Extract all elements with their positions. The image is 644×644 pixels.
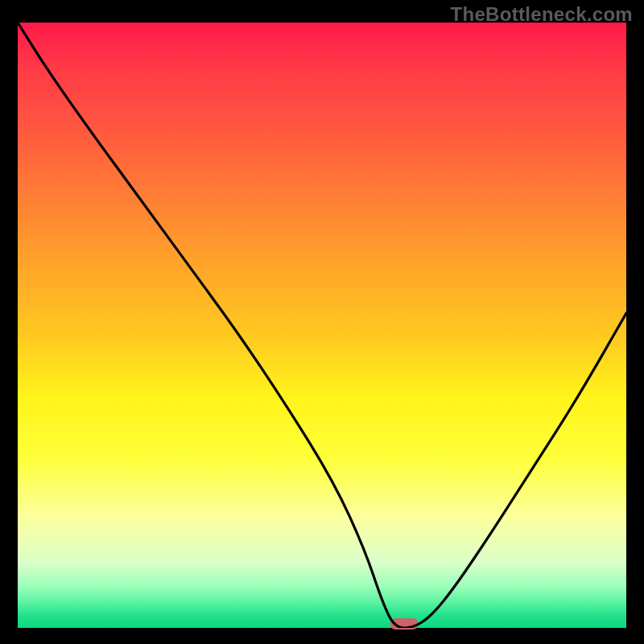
bottleneck-curve (18, 23, 626, 628)
watermark-text: TheBottleneck.com (451, 3, 633, 26)
plot-area (18, 23, 626, 628)
curve-path (18, 23, 626, 628)
chart-frame: TheBottleneck.com (0, 0, 644, 644)
